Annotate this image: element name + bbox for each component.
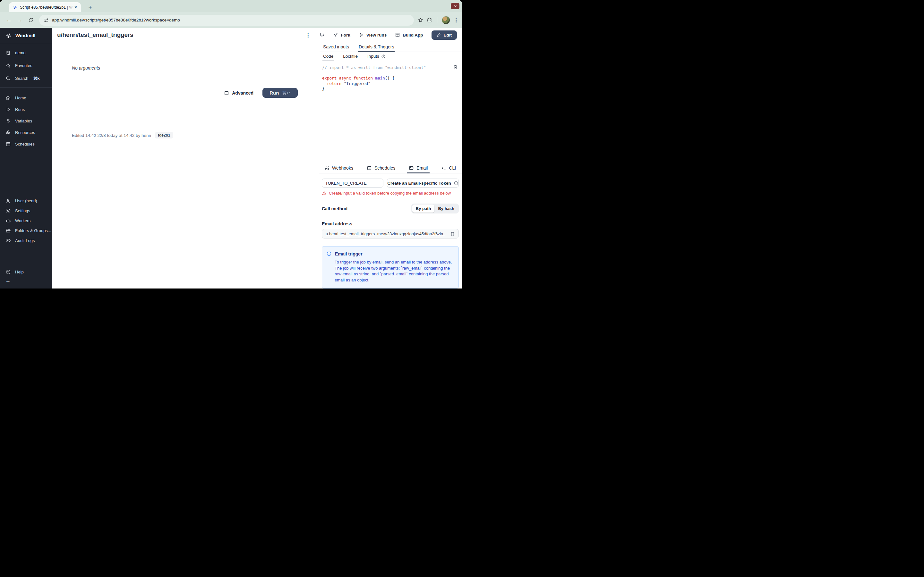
sidebar-item-resources[interactable]: Resources (0, 127, 52, 137)
webhook-icon (325, 165, 330, 171)
bookmark-star-icon[interactable] (418, 17, 423, 23)
reload-button[interactable] (26, 16, 35, 25)
browser-menu-icon[interactable]: ⋮ (453, 17, 459, 23)
tab-close-icon[interactable]: ✕ (73, 5, 78, 10)
sidebar-item-audit-logs[interactable]: Audit Logs (0, 236, 52, 245)
tab-webhooks[interactable]: Webhooks (322, 163, 355, 173)
sidebar-item-runs[interactable]: Runs (0, 105, 52, 114)
tab-schedules-trigger[interactable]: Schedules (365, 163, 397, 173)
sidebar-item-label: demo (15, 50, 26, 55)
sidebar-item-label: Search (15, 76, 28, 81)
tab-code-label: Code (323, 54, 333, 59)
tab-lockfile-label: Lockfile (343, 54, 358, 59)
sidebar: Windmill demo Favorites Search ⌘k (0, 28, 52, 288)
windmill-brand[interactable]: Windmill (0, 28, 52, 43)
token-input[interactable] (322, 179, 383, 187)
create-email-token-button[interactable]: Create an Email-specific Token (387, 179, 459, 187)
forward-button[interactable]: → (15, 16, 24, 25)
sidebar-item-user[interactable]: User (henri) (0, 196, 52, 205)
sidebar-item-help[interactable]: Help (0, 268, 52, 276)
tab-cli-label: CLI (449, 165, 456, 171)
eye-icon (5, 238, 11, 243)
extensions-icon[interactable] (427, 17, 433, 23)
clipboard-icon[interactable] (450, 231, 455, 236)
home-icon (5, 95, 11, 101)
more-actions-icon[interactable]: ⋮ (305, 32, 310, 39)
sidebar-item-label: Folders & Groups... (15, 228, 51, 233)
view-runs-button[interactable]: View runs (359, 32, 387, 37)
sidebar-collapse-button[interactable]: ← (0, 276, 52, 285)
by-path-option[interactable]: By path (412, 205, 435, 213)
new-tab-button[interactable]: + (86, 3, 94, 11)
info-icon (454, 181, 459, 185)
tab-saved-inputs[interactable]: Saved inputs (322, 42, 350, 52)
version-hash-badge[interactable]: fde2b1 (155, 132, 173, 139)
browser-window: Script e857be88e0fde2b1 | W ✕ + ← → app.… (0, 0, 462, 288)
code-viewer[interactable]: // import * as wmill from "windmill-clie… (319, 61, 462, 163)
cubes-icon (5, 130, 11, 135)
run-button[interactable]: Run ⌘↵ (262, 88, 298, 98)
fork-button[interactable]: Fork (333, 32, 350, 37)
url-text[interactable]: app.windmill.dev/scripts/get/e857be88e0f… (52, 18, 180, 23)
email-trigger-pane: Create an Email-specific Token Create/in… (319, 173, 462, 288)
no-arguments-text: No arguments (72, 65, 100, 71)
bell-icon[interactable] (319, 32, 325, 38)
sidebar-item-search[interactable]: Search ⌘k (0, 73, 52, 83)
sidebar-item-variables[interactable]: Variables (0, 116, 52, 126)
search-icon (5, 76, 11, 81)
tab-details-triggers[interactable]: Details & Triggers (358, 42, 395, 52)
by-hash-option[interactable]: By hash (435, 205, 458, 213)
sidebar-item-settings[interactable]: Settings (0, 206, 52, 215)
calendar-icon (5, 141, 11, 147)
sidebar-item-label: Variables (15, 119, 32, 123)
sidebar-item-home[interactable]: Home (0, 93, 52, 103)
terminal-icon (441, 165, 446, 171)
url-bar[interactable]: app.windmill.dev/scripts/get/e857be88e0f… (39, 15, 414, 26)
star-icon (5, 63, 11, 68)
tab-webhooks-label: Webhooks (332, 165, 353, 171)
windmill-favicon (12, 5, 17, 10)
edit-button[interactable]: Edit (431, 31, 457, 40)
build-app-label: Build App (403, 33, 423, 37)
sidebar-item-workspace[interactable]: demo (0, 48, 52, 57)
copy-code-button[interactable] (453, 65, 458, 69)
email-address-value: u.henri.test_email_triggers+mrsw23zlouxg… (326, 231, 447, 236)
info-icon (381, 54, 386, 59)
run-shortcut: ⌘↵ (282, 90, 291, 95)
tab-cli[interactable]: CLI (439, 163, 458, 173)
tab-email[interactable]: Email (407, 163, 430, 173)
token-warning: Create/input a valid token before copyin… (322, 191, 459, 195)
sidebar-item-favorites[interactable]: Favorites (0, 61, 52, 70)
sidebar-item-schedules[interactable]: Schedules (0, 139, 52, 149)
info-icon (326, 251, 332, 256)
sidebar-item-label: User (henri) (15, 198, 37, 203)
email-trigger-info-box: Email trigger To trigger the job by emai… (322, 246, 459, 288)
call-method-toggle: By path By hash (411, 203, 459, 213)
tab-schedules-label: Schedules (375, 165, 395, 171)
sidebar-item-workers[interactable]: Workers (0, 216, 52, 225)
tab-code[interactable]: Code (322, 52, 334, 61)
profile-avatar[interactable] (442, 16, 450, 24)
dollar-icon (5, 118, 11, 124)
back-button[interactable]: ← (5, 16, 13, 25)
page-header: u/henri/test_email_triggers ⋮ Fork View … (52, 28, 462, 42)
brand-name: Windmill (15, 33, 35, 38)
run-label: Run (270, 90, 279, 95)
fork-icon (333, 32, 338, 37)
sidebar-item-folders-groups[interactable]: Folders & Groups... (0, 226, 52, 235)
advanced-label: Advanced (232, 90, 254, 95)
advanced-button[interactable]: Advanced (224, 90, 254, 95)
sidebar-item-label: Schedules (15, 142, 35, 147)
email-address-field[interactable]: u.henri.test_email_triggers+mrsw23zlouxg… (322, 229, 459, 239)
gear-icon (5, 208, 11, 213)
browser-profile-button[interactable] (451, 3, 459, 9)
page-title: u/henri/test_email_triggers (57, 31, 133, 39)
browser-tab[interactable]: Script e857be88e0fde2b1 | W ✕ (9, 2, 81, 12)
play-outline-icon (359, 32, 364, 37)
tune-icon[interactable] (44, 18, 49, 23)
search-shortcut: ⌘k (33, 76, 39, 81)
view-runs-label: View runs (367, 33, 387, 37)
tab-inputs[interactable]: Inputs (367, 52, 386, 61)
build-app-button[interactable]: Build App (395, 32, 423, 37)
tab-lockfile[interactable]: Lockfile (342, 52, 359, 61)
